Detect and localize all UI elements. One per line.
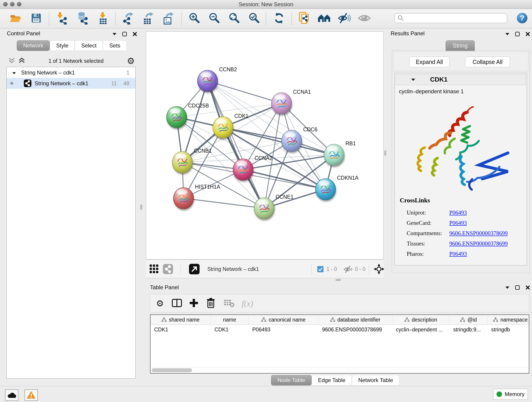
network-options-gear-icon[interactable]: ⚙ — [127, 57, 135, 65]
network-node-rb1[interactable]: RB1 — [324, 140, 356, 166]
panel-float-icon[interactable] — [122, 32, 127, 36]
tab-select[interactable]: Select — [75, 40, 103, 51]
import-table-icon[interactable] — [96, 12, 109, 26]
collection-label: String Network – cdk1 — [21, 70, 127, 76]
collection-expander-icon[interactable] — [12, 70, 16, 76]
grid-view-icon[interactable] — [150, 264, 159, 274]
delete-table-icon[interactable] — [224, 298, 234, 308]
zoom-fit-icon[interactable] — [228, 12, 240, 25]
help-icon[interactable]: ? — [516, 12, 528, 25]
tab-string[interactable]: String — [446, 40, 475, 51]
network-node-cdc25b[interactable]: CDC25B — [167, 103, 209, 128]
export-image-icon[interactable] — [162, 12, 175, 26]
panel-close-icon[interactable] — [525, 32, 530, 36]
panel-float-icon[interactable] — [515, 32, 520, 36]
crosslink-label: GeneCard: — [407, 220, 449, 226]
tree-column-icon — [493, 317, 498, 322]
crosslink-tissues[interactable]: 9606.ENSP00000378699 — [449, 240, 508, 247]
table-options-gear-icon[interactable]: ⚙ — [156, 299, 164, 308]
splitter-handle[interactable] — [140, 204, 142, 210]
memory-button[interactable]: Memory — [493, 389, 528, 400]
network-canvas[interactable]: CCNB2CCNA1CDC25BCDK1CDC6RB1CCNB1CCNA2CDK… — [146, 32, 384, 259]
panel-menu-icon[interactable] — [505, 32, 510, 36]
houses-icon[interactable] — [317, 12, 331, 25]
network-row[interactable]: String Network – cdk1 11 48 — [7, 78, 135, 89]
birdseye-navigator-icon[interactable] — [189, 264, 200, 275]
panel-float-icon[interactable] — [515, 285, 520, 290]
tab-network[interactable]: Network — [17, 40, 50, 51]
column-header-namespace[interactable]: namespace — [488, 315, 532, 325]
table-body: CDK1CDK1P064939606.ENSP00000378699cyclin… — [151, 325, 529, 334]
show-columns-icon[interactable] — [172, 298, 182, 308]
network-node-ccne1[interactable]: CCNE1 — [254, 194, 293, 219]
search-field[interactable] — [394, 13, 507, 23]
zoom-in-icon[interactable] — [188, 12, 200, 25]
zoom-selected-icon[interactable] — [248, 12, 260, 25]
expand-all-button[interactable]: Expand All — [409, 56, 450, 67]
panel-close-icon[interactable] — [525, 285, 530, 290]
cloud-status-button[interactable] — [5, 389, 18, 401]
open-session-icon[interactable] — [9, 12, 22, 25]
network-node-cdk1[interactable]: CDK1 — [213, 113, 248, 138]
tab-style[interactable]: Style — [50, 40, 75, 51]
section-collapse-icon[interactable] — [411, 78, 415, 81]
network-node-label: HIST1H1A — [195, 184, 220, 190]
table-row[interactable]: CDK1CDK1P064939606.ENSP00000378699cyclin… — [151, 325, 529, 334]
function-builder-icon[interactable]: f(x) — [242, 299, 253, 308]
crosslink-genecard[interactable]: P06493 — [449, 220, 467, 226]
column-header-name[interactable]: name — [211, 315, 249, 325]
horizontal-scrollbar[interactable] — [151, 367, 529, 373]
export-table-icon[interactable] — [142, 12, 155, 26]
network-node-cdkn1a[interactable]: CDKN1A — [316, 175, 359, 200]
search-input[interactable] — [404, 14, 507, 22]
tab-sets[interactable]: Sets — [103, 40, 127, 51]
network-edge[interactable] — [184, 198, 264, 208]
fit-center-crosshair-icon[interactable] — [373, 263, 385, 276]
crosslink-uniprot[interactable]: P06493 — [449, 210, 467, 216]
panel-menu-icon[interactable] — [505, 286, 510, 289]
collapse-all-networks-icon[interactable] — [8, 57, 15, 65]
hide-eye-slash-icon[interactable] — [338, 12, 351, 25]
import-network-icon[interactable] — [56, 12, 69, 26]
column-header-description[interactable]: description — [392, 315, 450, 325]
warnings-button[interactable] — [25, 389, 38, 401]
panel-menu-icon[interactable] — [112, 32, 117, 36]
panel-close-icon[interactable] — [133, 32, 137, 36]
export-network-icon[interactable] — [122, 12, 135, 26]
tab-edge-table[interactable]: Edge Table — [312, 375, 352, 385]
column-header-database-identifier[interactable]: database identifier — [318, 315, 392, 325]
column-header-shared-name[interactable]: shared name — [151, 315, 211, 325]
apply-layout-refresh-icon[interactable] — [273, 12, 285, 26]
column-header--id[interactable]: @id — [450, 315, 488, 325]
network-edge[interactable] — [243, 170, 326, 189]
crosslink-pharos[interactable]: P06493 — [449, 251, 467, 257]
delete-column-trash-icon[interactable] — [206, 298, 215, 309]
import-database-icon[interactable] — [76, 12, 89, 26]
gene-section-header[interactable]: CDK1 — [396, 74, 526, 85]
tab-node-table[interactable]: Node Table — [271, 375, 312, 385]
collapse-all-button[interactable]: Collapse All — [465, 56, 510, 67]
network-node-ccnb1[interactable]: CCNB1 — [172, 148, 212, 173]
crosslink-compartments[interactable]: 9606.ENSP00000378699 — [449, 230, 508, 236]
splitter-handle[interactable] — [336, 279, 341, 281]
expand-all-networks-icon[interactable] — [18, 57, 25, 65]
create-column-plus-icon[interactable] — [189, 298, 199, 309]
network-collection-row[interactable]: String Network – cdk1 1 — [7, 67, 135, 78]
show-eye-icon[interactable] — [358, 13, 371, 24]
new-network-from-selection-icon[interactable] — [298, 12, 311, 26]
scrollbar-thumb[interactable] — [152, 368, 192, 372]
network-node-hist1h1a[interactable]: HIST1H1A — [173, 184, 220, 209]
save-session-icon[interactable] — [30, 12, 42, 25]
tree-column-icon — [460, 317, 465, 322]
zoom-out-icon[interactable] — [208, 12, 220, 25]
column-header-canonical-name[interactable]: canonical name — [249, 315, 318, 325]
string-view-badge-icon[interactable] — [163, 264, 173, 275]
selected-checkbox-icon[interactable] — [317, 266, 323, 273]
network-edge[interactable] — [208, 81, 282, 103]
splitter-handle[interactable] — [384, 150, 386, 156]
tab-network-table[interactable]: Network Table — [352, 375, 399, 385]
network-node-label: CCNB2 — [219, 66, 237, 72]
table-cell-description: cyclin–dependent ... — [392, 325, 450, 334]
network-node-ccna1[interactable]: CCNA1 — [272, 89, 311, 114]
toolbar-separator — [369, 263, 369, 275]
